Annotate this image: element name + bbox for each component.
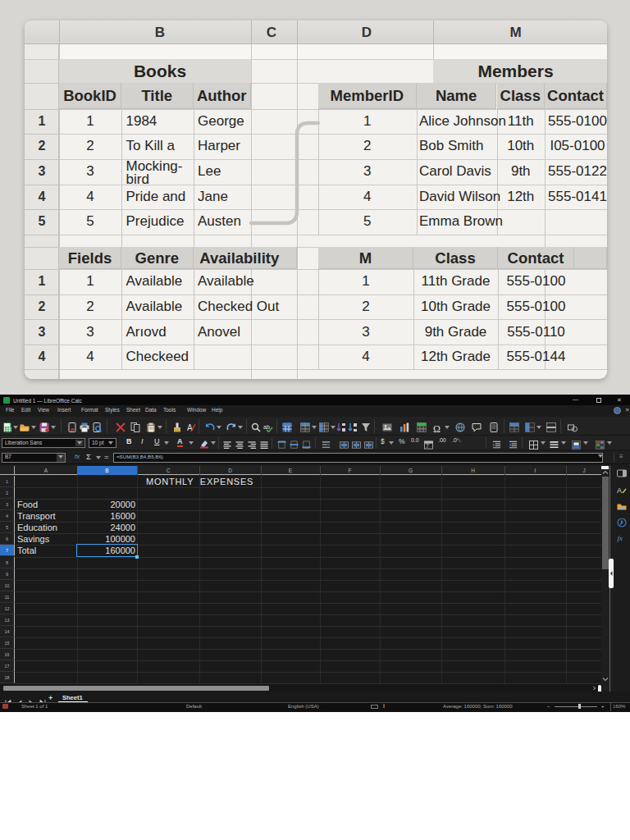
svg-text:A: A bbox=[617, 486, 622, 495]
svg-text:fx: fx bbox=[618, 534, 623, 542]
svg-text:7: 7 bbox=[426, 443, 429, 449]
svg-text:ab: ab bbox=[263, 424, 270, 430]
